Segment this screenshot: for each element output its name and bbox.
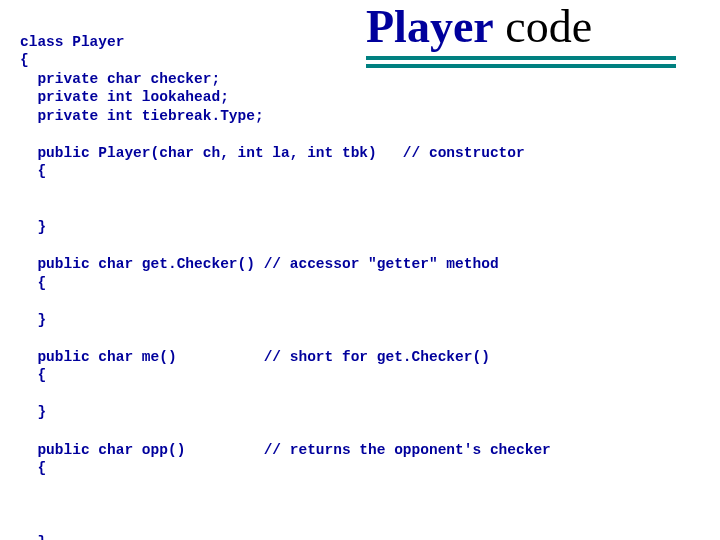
code-line: public char me() // short for get.Checke… bbox=[20, 349, 490, 365]
code-line: } bbox=[20, 312, 46, 328]
code-line: public char get.Checker() // accessor "g… bbox=[20, 256, 499, 272]
code-line: private int lookahead; bbox=[20, 89, 229, 105]
slide: Player code class Player { private char … bbox=[0, 0, 720, 540]
code-line: { bbox=[20, 460, 46, 476]
code-line: { bbox=[20, 275, 46, 291]
code-line: { bbox=[20, 52, 29, 68]
code-line: private int tiebreak.Type; bbox=[20, 108, 264, 124]
code-line: { bbox=[20, 367, 46, 383]
code-line: public Player(char ch, int la, int tbk) … bbox=[20, 145, 525, 161]
code-line: private char checker; bbox=[20, 71, 220, 87]
code-listing: class Player { private char checker; pri… bbox=[20, 14, 700, 540]
code-line: class Player bbox=[20, 34, 124, 50]
code-line: public char opp() // returns the opponen… bbox=[20, 442, 551, 458]
code-line: } bbox=[20, 534, 46, 540]
code-line: { bbox=[20, 163, 46, 179]
code-line: } bbox=[20, 404, 46, 420]
code-line: } bbox=[20, 219, 46, 235]
